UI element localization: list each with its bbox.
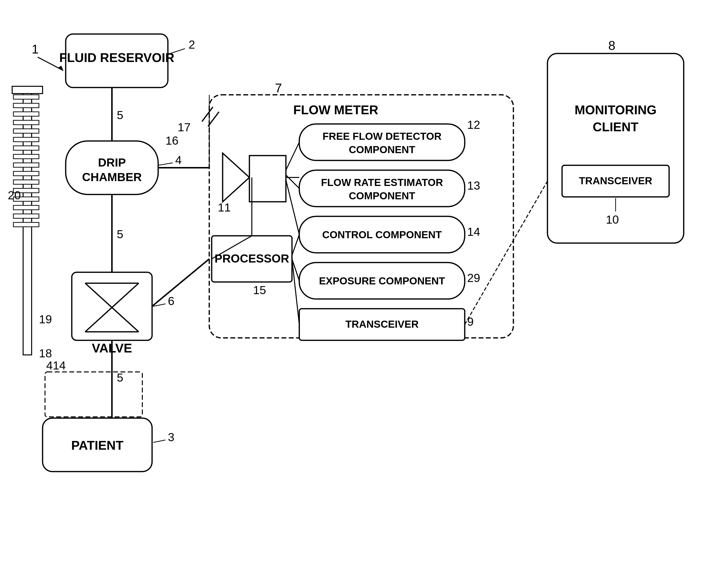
svg-text:CLIENT: CLIENT <box>593 120 638 134</box>
ref-11: 11 <box>218 201 231 214</box>
svg-rect-31 <box>13 222 39 227</box>
diagram-container: FLUID RESERVOIR 2 1 DRIP CHAMBER 4 VALVE… <box>0 0 728 571</box>
drip-chamber-label: DRIP <box>98 156 126 169</box>
ref-7: 7 <box>275 81 282 95</box>
ref-18: 18 <box>39 347 52 360</box>
ref-4: 4 <box>175 154 182 166</box>
ref-2: 2 <box>189 38 195 51</box>
ref-12: 12 <box>467 118 480 131</box>
svg-text:CHAMBER: CHAMBER <box>82 170 142 184</box>
ref-17: 17 <box>178 121 190 134</box>
svg-text:TRANSCEIVER: TRANSCEIVER <box>579 175 652 187</box>
ref-5-mid: 5 <box>117 228 123 241</box>
svg-text:COMPONENT: COMPONENT <box>349 190 415 202</box>
svg-rect-14 <box>23 88 32 355</box>
ref-414: 414 <box>46 359 66 372</box>
svg-rect-30 <box>13 214 39 218</box>
ref-19: 19 <box>39 313 52 326</box>
ref-13: 13 <box>467 179 480 192</box>
ref-1: 1 <box>32 42 39 56</box>
svg-text:FLOW RATE ESTIMATOR: FLOW RATE ESTIMATOR <box>321 177 443 188</box>
svg-rect-16 <box>13 95 39 99</box>
svg-text:FREE FLOW DETECTOR: FREE FLOW DETECTOR <box>323 130 441 142</box>
patient-label: PATIENT <box>71 438 123 452</box>
ref-14: 14 <box>467 225 480 238</box>
ref-3: 3 <box>168 431 174 444</box>
processor-label: PROCESSOR <box>214 252 289 265</box>
svg-rect-20 <box>13 129 39 133</box>
ref-15: 15 <box>253 284 266 297</box>
svg-rect-15 <box>12 86 42 94</box>
svg-rect-25 <box>13 172 39 176</box>
svg-rect-29 <box>13 205 39 210</box>
svg-text:CONTROL COMPONENT: CONTROL COMPONENT <box>322 229 442 240</box>
flow-meter-label: FLOW METER <box>293 103 378 117</box>
svg-text:EXPOSURE COMPONENT: EXPOSURE COMPONENT <box>319 275 445 287</box>
svg-rect-21 <box>13 137 39 142</box>
ref-5-low: 5 <box>117 371 123 384</box>
svg-rect-19 <box>13 120 39 125</box>
fluid-reservoir-label: FLUID RESERVOIR <box>59 50 174 65</box>
ref-8: 8 <box>608 38 615 52</box>
svg-rect-22 <box>13 146 39 150</box>
svg-rect-26 <box>13 180 39 184</box>
svg-rect-40 <box>249 155 286 202</box>
ref-16: 16 <box>166 134 178 147</box>
svg-rect-18 <box>13 112 39 116</box>
svg-text:COMPONENT: COMPONENT <box>349 144 415 155</box>
svg-text:TRANSCEIVER: TRANSCEIVER <box>345 319 419 330</box>
svg-text:MONITORING: MONITORING <box>574 103 656 117</box>
ref-20: 20 <box>8 189 21 202</box>
ref-10: 10 <box>606 213 619 226</box>
svg-rect-8 <box>72 272 152 340</box>
ref-9: 9 <box>467 315 474 328</box>
ref-29: 29 <box>467 271 480 284</box>
ref-6: 6 <box>168 295 174 308</box>
svg-rect-23 <box>13 154 39 159</box>
svg-rect-17 <box>13 103 39 108</box>
ref-5-top: 5 <box>117 109 123 122</box>
svg-rect-24 <box>13 163 39 167</box>
